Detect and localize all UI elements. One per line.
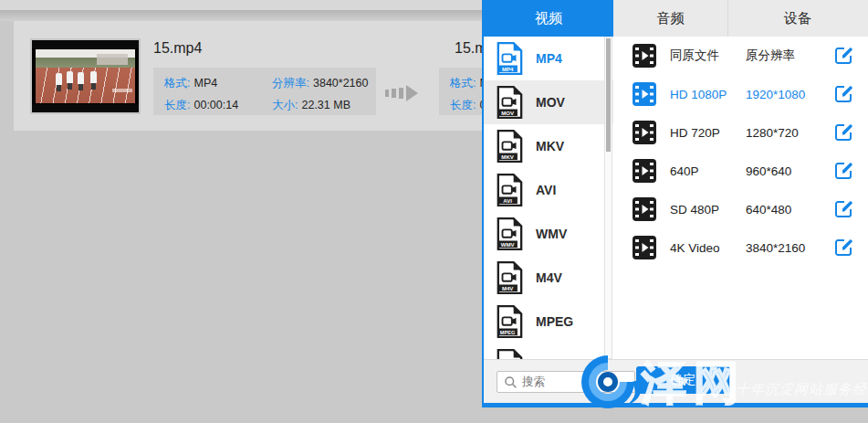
format-panel: 视频 音频 设备 MP4 MP4 MOV <box>482 0 868 407</box>
format-item-mp4[interactable]: MP4 MP4 <box>484 37 613 80</box>
format-label: 格式: <box>164 77 190 90</box>
thumbnail-frame <box>36 49 135 103</box>
format-item-next-partial[interactable] <box>484 344 613 359</box>
size-value: 22.31 MB <box>301 99 350 111</box>
video-option-4k[interactable]: 4K Video 3840*2160 <box>621 228 868 267</box>
tab-audio[interactable]: 音频 <box>613 0 727 37</box>
edit-icon[interactable] <box>833 46 853 66</box>
svg-text:MKV: MKV <box>501 153 514 160</box>
file-format-icon: MP4 <box>496 41 523 76</box>
format-label: 格式: <box>450 77 476 90</box>
source-filename: 15.mp4 <box>153 40 202 57</box>
search-input[interactable] <box>522 375 622 388</box>
letterbox-bottom <box>32 104 139 112</box>
edit-icon[interactable] <box>833 238 853 258</box>
thumbnail-track-lanes <box>36 68 135 103</box>
duration-value: 00:00:14 <box>193 99 238 111</box>
convert-arrow-icon <box>385 85 418 101</box>
search-area: 确定 <box>484 359 868 403</box>
video-option-hd720p[interactable]: HD 720P 1280*720 <box>621 113 868 152</box>
edit-icon[interactable] <box>833 84 853 104</box>
thumbnail-person <box>67 71 73 83</box>
source-metadata-box: 格式:MP4 分辨率:3840*2160 长度:00:00:14 大小:22.3… <box>153 68 376 115</box>
format-value: MP4 <box>193 77 217 90</box>
edit-icon[interactable] <box>833 161 853 181</box>
duration-label: 长度: <box>450 99 476 111</box>
video-option-original[interactable]: 同原文件 原分辨率 <box>621 37 868 75</box>
file-format-icon: MOV <box>496 85 523 120</box>
file-format-icon <box>496 348 523 359</box>
resolution-list: 同原文件 原分辨率 HD 1080P 1920*1080 <box>621 37 868 359</box>
search-box[interactable] <box>497 371 635 393</box>
svg-text:M4V: M4V <box>502 285 514 291</box>
letterbox-top <box>32 40 139 48</box>
svg-text:MPEG: MPEG <box>500 330 516 335</box>
file-format-icon: WMV <box>496 217 523 251</box>
tab-device[interactable]: 设备 <box>727 0 867 37</box>
tab-video[interactable]: 视频 <box>484 0 613 37</box>
format-item-wmv[interactable]: WMV WMV <box>484 212 613 256</box>
film-icon <box>633 121 656 144</box>
video-option-hd1080p[interactable]: HD 1080P 1920*1080 <box>621 75 868 113</box>
format-item-avi[interactable]: AVI AVI <box>484 168 613 212</box>
confirm-button[interactable]: 确定 <box>636 366 730 394</box>
size-label: 大小: <box>272 99 298 111</box>
format-item-mkv[interactable]: MKV MKV <box>484 124 613 168</box>
film-icon <box>633 197 656 221</box>
film-icon <box>633 236 656 259</box>
file-format-icon: M4V <box>496 260 523 295</box>
film-icon <box>633 159 656 183</box>
format-tabs: 视频 音频 设备 <box>484 0 868 37</box>
format-list-scrollbar[interactable] <box>604 37 612 359</box>
film-icon <box>633 44 656 68</box>
search-icon <box>504 375 518 389</box>
thumbnail-person <box>56 73 62 85</box>
format-item-mov[interactable]: MOV MOV <box>484 80 613 124</box>
file-format-icon: AVI <box>496 173 523 207</box>
format-list: MP4 MP4 MOV MOV MKV M <box>484 37 613 359</box>
svg-text:AVI: AVI <box>503 197 512 204</box>
thumbnail-person <box>78 72 84 84</box>
edit-icon[interactable] <box>833 199 853 219</box>
format-item-mpeg[interactable]: MPEG MPEG <box>484 300 613 344</box>
svg-text:MOV: MOV <box>501 110 515 116</box>
thumbnail-person <box>90 71 97 83</box>
film-icon <box>633 82 656 106</box>
video-thumbnail[interactable] <box>30 38 141 114</box>
scrollbar-thumb[interactable] <box>606 38 611 152</box>
duration-label: 长度: <box>164 99 190 111</box>
svg-text:MP4: MP4 <box>502 66 514 72</box>
resolution-label: 分辨率: <box>272 77 309 90</box>
svg-text:WMV: WMV <box>501 241 516 248</box>
edit-icon[interactable] <box>833 122 853 143</box>
thumbnail-building <box>97 54 128 65</box>
format-item-m4v[interactable]: M4V M4V <box>484 256 613 300</box>
video-option-sd480p[interactable]: SD 480P 640*480 <box>621 190 868 228</box>
thumbnail-watermark <box>112 89 132 92</box>
video-option-640p[interactable]: 640P 960*640 <box>621 152 868 190</box>
file-format-icon: MPEG <box>496 304 523 339</box>
file-format-icon: MKV <box>496 129 523 164</box>
resolution-value: 3840*2160 <box>313 77 368 90</box>
